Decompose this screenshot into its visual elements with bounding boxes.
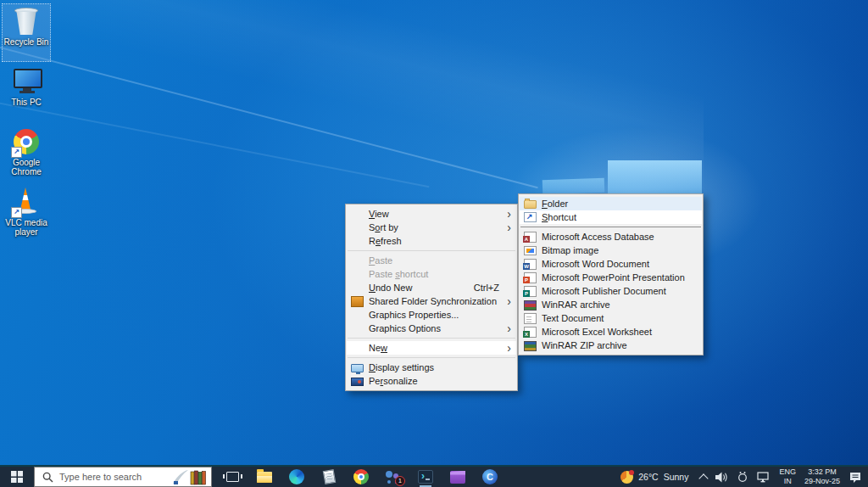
menu-item-shared-folder-synchronization[interactable]: Shared Folder Synchronization — [347, 294, 516, 308]
taskbar-edge-button[interactable] — [287, 467, 307, 487]
personalize-icon — [351, 378, 364, 386]
taskbar-people-button[interactable]: 1 — [383, 467, 403, 487]
menu-separator — [348, 338, 515, 339]
tray-utility-icon[interactable] — [737, 471, 748, 483]
menu-item-new[interactable]: New — [347, 341, 516, 355]
menu-item-display-settings[interactable]: Display settings — [347, 361, 516, 374]
menu-shortcut-key: Ctrl+Z — [474, 283, 513, 293]
menu-item-label: Microsoft Publisher Document — [542, 286, 666, 296]
clapperboard-icon — [450, 471, 465, 484]
taskbar-file-explorer-button[interactable] — [254, 467, 275, 487]
menu-item-label: Refresh — [369, 236, 402, 246]
menu-item-label: Shared Folder Synchronization — [369, 296, 497, 306]
menu-item-label: Folder — [542, 199, 568, 209]
taskbar-task-view-button[interactable] — [222, 467, 242, 487]
access-icon page — [524, 232, 537, 243]
menu-item-personalize[interactable]: Personalize — [347, 374, 516, 388]
menu-item-label: New — [369, 343, 387, 353]
menu-item-microsoft-word-document[interactable]: Microsoft Word Document — [520, 257, 702, 271]
: ↗ — [13, 127, 40, 156]
edge-icon — [289, 469, 304, 484]
desktop-icon-recycle-bin[interactable]: Recycle Bin — [2, 3, 51, 62]
menu-item-winrar-archive[interactable]: WinRAR archive — [520, 298, 702, 311]
submenu-chevron-icon — [507, 295, 511, 307]
: ↗ — [13, 188, 40, 216]
menu-item-view[interactable]: View — [347, 207, 516, 221]
windows-desktop: Recycle BinThis PC↗Google Chrome↗VLC med… — [0, 0, 868, 487]
menu-item-gutter — [351, 222, 364, 233]
menu-separator — [348, 250, 515, 251]
system-tray: 26°C Sunny ENG IN 3 — [617, 467, 868, 487]
menu-item-bitmap-image[interactable]: Bitmap image — [520, 244, 702, 257]
new-submenu: FolderShortcutMicrosoft Access DatabaseB… — [518, 193, 704, 355]
menu-item-label: Paste shortcut — [369, 269, 428, 279]
menu-item-graphics-options[interactable]: Graphics Options — [347, 322, 516, 335]
language-indicator[interactable]: ENG IN — [779, 467, 796, 486]
menu-item-microsoft-excel-worksheet[interactable]: Microsoft Excel Worksheet — [520, 325, 702, 339]
light-beam — [0, 46, 538, 188]
clock-time: 3:32 PM — [808, 467, 837, 477]
menu-item-gutter — [351, 343, 364, 354]
word-icon page — [524, 259, 537, 270]
excel-icon page — [524, 327, 537, 338]
bitmap-icon — [524, 246, 537, 255]
desktop-icon-google-chrome[interactable]: ↗Google Chrome — [2, 124, 51, 182]
menu-item-microsoft-access-database[interactable]: Microsoft Access Database — [520, 230, 702, 244]
menu-item-label: Graphics Properties... — [369, 310, 459, 320]
submenu-chevron-icon — [507, 342, 511, 354]
menu-item-label: Display settings — [369, 362, 434, 372]
menu-item-label: Bitmap image — [542, 245, 598, 255]
menu-item-label: Undo New — [369, 283, 412, 293]
menu-item-gutter — [351, 283, 364, 294]
show-hidden-icons-button[interactable] — [699, 473, 709, 483]
menu-item-gutter — [351, 269, 364, 280]
menu-item-paste: Paste — [347, 254, 516, 267]
desktop-context-menu: ViewSort byRefreshPastePaste shortcutUnd… — [345, 204, 518, 391]
menu-item-label: Microsoft Word Document — [542, 259, 649, 269]
window-logo-pane — [542, 178, 605, 195]
menu-item-graphics-properties[interactable]: Graphics Properties... — [347, 308, 516, 322]
menu-item-sort-by[interactable]: Sort by — [347, 221, 516, 234]
taskbar-terminal-button[interactable] — [415, 467, 436, 487]
c-app-icon — [482, 469, 498, 484]
submenu-chevron-icon — [507, 221, 511, 233]
menu-item-label: Sort by — [369, 222, 398, 232]
network-icon[interactable] — [757, 472, 771, 483]
search-placeholder: Type here to search — [59, 472, 166, 482]
volume-icon[interactable] — [715, 472, 728, 483]
menu-item-microsoft-powerpoint-presentation[interactable]: Microsoft PowerPoint Presentation — [520, 271, 702, 284]
submenu-chevron-icon — [507, 208, 511, 220]
display-settings-icon — [351, 364, 364, 372]
start-button[interactable] — [0, 467, 34, 487]
menu-item-label: Microsoft PowerPoint Presentation — [542, 272, 685, 283]
this-pc-icon — [13, 67, 42, 94]
taskbar-c-app-button[interactable] — [480, 467, 500, 487]
menu-item-gutter — [351, 209, 364, 220]
desktop-icon-label: Recycle Bin — [4, 37, 49, 47]
chrome-icon — [353, 469, 369, 484]
weather-widget[interactable]: 26°C Sunny — [617, 471, 692, 484]
menu-item-winrar-zip-archive[interactable]: WinRAR ZIP archive — [520, 339, 702, 352]
taskbar-chrome-button[interactable] — [351, 467, 371, 487]
file-explorer-icon — [257, 472, 272, 483]
menu-item-label: Microsoft Access Database — [542, 232, 654, 242]
language-region: IN — [784, 477, 792, 486]
taskbar-video-editor-button[interactable] — [448, 467, 468, 487]
menu-item-microsoft-publisher-document[interactable]: Microsoft Publisher Document — [520, 284, 702, 298]
menu-item-undo-new[interactable]: Undo NewCtrl+Z — [347, 281, 516, 294]
menu-item-text-document[interactable]: Text Document — [520, 311, 702, 325]
taskbar-notepad-button[interactable] — [319, 467, 339, 487]
clock[interactable]: 3:32 PM 29-Nov-25 — [804, 467, 840, 486]
menu-separator — [348, 357, 515, 358]
menu-item-folder[interactable]: Folder — [520, 197, 702, 210]
desktop-icon-this-pc[interactable]: This PC — [2, 64, 51, 122]
desktop-icon-vlc-media-player[interactable]: ↗VLC media player — [2, 184, 51, 243]
winrar-zip-icon — [524, 341, 537, 351]
menu-item-refresh[interactable]: Refresh — [347, 234, 516, 248]
menu-item-paste-shortcut: Paste shortcut — [347, 267, 516, 281]
action-center-icon[interactable] — [849, 471, 863, 484]
menu-item-shortcut[interactable]: Shortcut — [520, 210, 702, 224]
menu-item-label: Microsoft Excel Worksheet — [542, 327, 652, 337]
taskbar-app-list: 1 — [212, 467, 500, 487]
taskbar-search[interactable]: Type here to search — [34, 467, 212, 487]
